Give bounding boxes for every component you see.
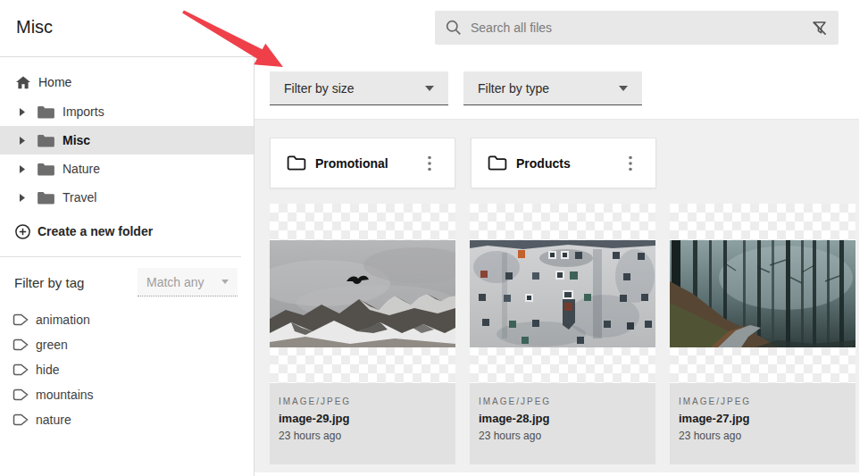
tag-item-animation[interactable]: animation (0, 307, 254, 332)
asset-thumbnail-image-mountains (270, 240, 455, 347)
tag-item-green[interactable]: green (0, 332, 254, 357)
folder-card-row: Promotional Products (270, 138, 859, 188)
filter-by-size-label: Filter by size (284, 81, 355, 96)
plus-circle-icon (15, 224, 30, 239)
tag-item-mountains[interactable]: mountains (0, 382, 254, 407)
folder-card-name: Promotional (315, 156, 388, 171)
filter-clear-icon (811, 20, 828, 37)
tag-icon (13, 388, 29, 401)
asset-modified-time: 23 hours ago (479, 430, 647, 442)
asset-grid: IMAGE/JPEG image-29.jpg 23 hours ago (270, 204, 859, 464)
filter-by-type-dropdown[interactable]: Filter by type (463, 71, 642, 105)
folder-outline-icon (488, 155, 507, 171)
asset-browser: Promotional Products (255, 119, 859, 472)
tag-item-hide[interactable]: hide (0, 357, 254, 382)
sidebar-item-imports[interactable]: Imports (0, 97, 254, 126)
asset-meta: IMAGE/JPEG image-28.jpg 23 hours ago (470, 383, 655, 464)
asset-card-image-28[interactable]: IMAGE/JPEG image-28.jpg 23 hours ago (470, 204, 655, 464)
chevron-down-icon (619, 86, 628, 91)
asset-mimetype: IMAGE/JPEG (679, 397, 847, 406)
tag-label: hide (36, 363, 59, 377)
folder-icon (38, 105, 54, 119)
folder-icon (38, 163, 54, 176)
sidebar-item-travel[interactable]: Travel (0, 183, 254, 212)
asset-meta: IMAGE/JPEG image-29.jpg 23 hours ago (270, 383, 455, 464)
folder-card-name: Products (516, 156, 571, 171)
match-mode-value: Match any (146, 275, 204, 289)
filter-by-type-label: Filter by type (478, 81, 549, 96)
caret-right-icon[interactable] (20, 137, 26, 145)
filter-by-tag-label: Filter by tag (14, 275, 84, 290)
create-new-folder-label: Create a new folder (38, 224, 153, 238)
search-icon (446, 20, 462, 36)
filter-by-size-dropdown[interactable]: Filter by size (270, 71, 448, 105)
folder-icon (38, 191, 54, 205)
asset-thumbnail-image-forest (670, 240, 855, 347)
tag-label: green (36, 338, 68, 352)
asset-card-image-27[interactable]: IMAGE/JPEG image-27.jpg 23 hours ago (670, 204, 855, 464)
tag-label: nature (36, 413, 71, 427)
asset-mimetype: IMAGE/JPEG (279, 397, 447, 406)
asset-modified-time: 23 hours ago (279, 430, 447, 442)
asset-filename: image-29.jpg (279, 412, 447, 425)
sidebar-item-home[interactable]: Home (0, 69, 254, 96)
asset-card-image-29[interactable]: IMAGE/JPEG image-29.jpg 23 hours ago (270, 204, 455, 464)
asset-filename: image-28.jpg (479, 412, 647, 425)
folder-menu-button[interactable] (625, 152, 636, 175)
filter-bar: Filter by size Filter by type (270, 71, 642, 105)
asset-meta: IMAGE/JPEG image-27.jpg 23 hours ago (670, 383, 855, 464)
asset-thumbnail (470, 204, 655, 383)
tag-item-nature[interactable]: nature (0, 407, 254, 432)
folder-card-products[interactable]: Products (471, 138, 656, 188)
caret-right-icon[interactable] (20, 194, 26, 202)
asset-thumbnail (270, 204, 455, 383)
tag-icon (13, 313, 29, 326)
sidebar: Home Imports Misc (0, 56, 255, 476)
kebab-menu-icon (629, 155, 632, 171)
tag-label: animation (36, 313, 90, 327)
caret-right-icon[interactable] (20, 165, 26, 173)
clear-filters-button[interactable] (811, 20, 828, 37)
kebab-menu-icon (428, 155, 431, 171)
caret-right-icon[interactable] (20, 108, 26, 116)
folder-icon (38, 134, 54, 147)
asset-mimetype: IMAGE/JPEG (479, 397, 647, 406)
match-mode-dropdown[interactable]: Match any (138, 268, 238, 296)
folder-menu-button[interactable] (424, 152, 435, 175)
asset-filename: image-27.jpg (679, 412, 847, 425)
sidebar-item-label: Travel (63, 190, 96, 205)
asset-thumbnail (670, 204, 855, 383)
asset-modified-time: 23 hours ago (679, 430, 847, 442)
chevron-down-icon (221, 280, 229, 284)
create-new-folder-button[interactable]: Create a new folder (0, 219, 254, 244)
search-bar (435, 11, 839, 45)
sidebar-item-label: Imports (63, 104, 104, 119)
asset-thumbnail-image-building (470, 240, 655, 347)
page-title: Misc (16, 17, 53, 38)
sidebar-item-misc[interactable]: Misc (0, 126, 254, 154)
home-icon (16, 76, 30, 89)
sidebar-item-label: Misc (63, 133, 90, 147)
folder-card-promotional[interactable]: Promotional (270, 138, 455, 188)
tag-icon (13, 363, 29, 376)
search-input[interactable] (471, 21, 811, 35)
sidebar-item-nature[interactable]: Nature (0, 154, 254, 183)
chevron-down-icon (425, 86, 434, 91)
main-area: Filter by size Filter by type Promotiona… (255, 56, 868, 476)
tag-icon (13, 413, 29, 426)
tag-icon (13, 338, 29, 351)
folder-outline-icon (287, 155, 306, 171)
tag-filter-section: Filter by tag Match any (0, 257, 254, 307)
sidebar-item-label: Nature (63, 162, 100, 176)
tag-label: mountains (36, 388, 94, 402)
sidebar-item-label: Home (38, 75, 71, 89)
